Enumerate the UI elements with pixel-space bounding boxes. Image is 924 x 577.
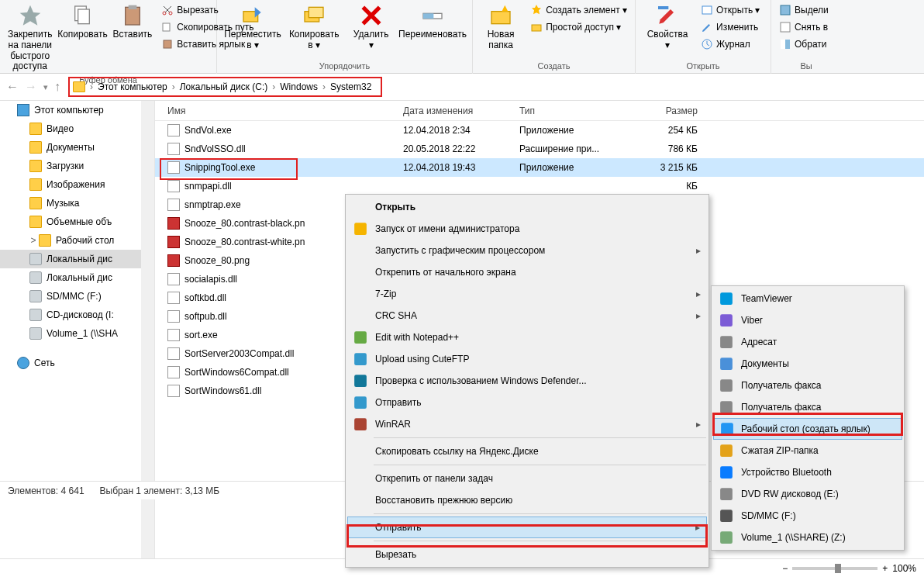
menu-item[interactable]: Устройство Bluetooth: [713, 461, 902, 483]
tree-item[interactable]: Локальный дис: [0, 250, 154, 268]
menu-item[interactable]: Рабочий стол (создать ярлык): [713, 418, 902, 440]
select-none-button[interactable]: Снять в: [776, 19, 832, 36]
menu-item[interactable]: Открыть: [347, 196, 707, 218]
tree-item[interactable]: Изображения: [0, 175, 154, 194]
menu-item[interactable]: Открепить от панели задач: [347, 468, 707, 489]
edit-button[interactable]: Изменить: [698, 19, 763, 36]
file-row[interactable]: snmpapi.dllКБ: [155, 177, 924, 195]
copy-button[interactable]: Копировать: [55, 2, 109, 42]
menu-item[interactable]: Открепить от начального экрана: [347, 261, 707, 283]
paste-button[interactable]: Вставить: [109, 2, 155, 42]
tree-item[interactable]: Документы: [0, 138, 154, 157]
properties-button[interactable]: Свойства▾: [640, 2, 695, 53]
svg-rect-15: [658, 6, 668, 9]
status-selected: Выбран 1 элемент: 3,13 МБ: [100, 485, 220, 496]
zoom-out-button[interactable]: −: [782, 563, 788, 574]
chevron-icon[interactable]: ›: [88, 81, 95, 92]
tree-item[interactable]: Музыка: [0, 194, 154, 212]
rename-button[interactable]: Переименовать: [398, 2, 467, 42]
menu-item[interactable]: Запуск от имени администратора: [347, 218, 707, 240]
menu-item[interactable]: Вырезать: [347, 544, 707, 565]
col-size-header[interactable]: Размер: [636, 105, 713, 116]
tree-item[interactable]: Локальный дис: [0, 268, 154, 287]
submenu-arrow-icon: ▸: [696, 288, 701, 299]
menu-item[interactable]: Восстановить прежнюю версию: [347, 489, 707, 511]
move-to-button[interactable]: Переместитьв ▾: [222, 2, 284, 53]
easy-access-button[interactable]: Простой доступ ▾: [527, 19, 630, 36]
menu-item[interactable]: Проверка с использованием Windows Defend…: [347, 370, 707, 392]
context-menu[interactable]: ОткрытьЗапуск от имени администратораЗап…: [345, 194, 709, 568]
menu-item[interactable]: Адресат: [713, 331, 902, 353]
file-row[interactable]: SndVolSSO.dll20.05.2018 22:22Расширение …: [155, 140, 924, 158]
select-all-button[interactable]: Выдели: [776, 2, 832, 19]
menu-item[interactable]: Получатель факса: [713, 396, 902, 418]
recent-button[interactable]: ▾: [43, 82, 48, 92]
tree-item[interactable]: Volume_1 (\\SHA: [0, 324, 154, 343]
menu-item-label: Viber: [741, 315, 763, 326]
new-item-button[interactable]: Создать элемент ▾: [527, 2, 630, 19]
menu-item[interactable]: Скопировать ссылку на Яндекс.Диске: [347, 441, 707, 462]
zoom-slider[interactable]: [792, 567, 877, 570]
history-button[interactable]: Журнал: [698, 36, 763, 53]
chevron-icon[interactable]: ›: [271, 81, 277, 92]
copy-to-button[interactable]: Копироватьв ▾: [284, 2, 344, 53]
breadcrumb[interactable]: › Этот компьютер › Локальный диск (C:) ›…: [68, 77, 382, 97]
menu-item[interactable]: CRC SHA▸: [347, 305, 707, 327]
nav-row: ← → ▾ ↑ › Этот компьютер › Локальный дис…: [0, 74, 924, 100]
file-icon: [167, 199, 180, 211]
menu-item[interactable]: TeamViewer: [713, 288, 902, 309]
menu-item[interactable]: Получатель факса: [713, 375, 902, 396]
menu-item[interactable]: Отправить: [347, 392, 707, 413]
tree-item[interactable]: >Рабочий стол: [0, 231, 154, 250]
crumb-system32[interactable]: System32: [327, 81, 374, 92]
tree-item[interactable]: Объемные объ: [0, 212, 154, 231]
pin-quick-access-button[interactable]: Закрепить на панели быстрого доступа: [5, 2, 55, 74]
chevron-icon[interactable]: ›: [171, 81, 177, 92]
tree-item[interactable]: Этот компьютер: [0, 101, 154, 119]
invert-selection-button[interactable]: Обрати: [776, 36, 832, 53]
zoom-in-button[interactable]: +: [882, 563, 888, 574]
zoom-value: 100%: [892, 563, 916, 574]
tree-item[interactable]: SD/MMC (F:): [0, 287, 154, 306]
expand-icon[interactable]: >: [29, 235, 37, 246]
file-icon: [167, 143, 180, 155]
tree-item[interactable]: CD-дисковод (I:: [0, 306, 154, 324]
menu-item[interactable]: DVD RW дисковод (E:): [713, 483, 902, 505]
menu-item[interactable]: Upload using CuteFTP: [347, 348, 707, 370]
delete-button[interactable]: Удалить▾: [344, 2, 398, 53]
menu-item[interactable]: Edit with Notepad++: [347, 327, 707, 348]
file-row[interactable]: SnippingTool.exe12.04.2018 19:43Приложен…: [155, 158, 924, 177]
menu-item[interactable]: Volume_1 (\\SHARE) (Z:): [713, 527, 902, 548]
menu-item[interactable]: 7-Zip▸: [347, 283, 707, 305]
menu-item[interactable]: Отправить▸: [347, 517, 707, 538]
file-name: SndVol.exe: [184, 125, 232, 136]
new-folder-icon: [488, 3, 513, 28]
tree-item[interactable]: Загрузки: [0, 157, 154, 175]
file-row[interactable]: SndVol.exe12.04.2018 2:34Приложение254 К…: [155, 121, 924, 140]
menu-item[interactable]: Сжатая ZIP-папка: [713, 440, 902, 461]
up-button[interactable]: ↑: [54, 80, 60, 94]
back-button[interactable]: ←: [6, 80, 19, 94]
menu-item[interactable]: Документы: [713, 353, 902, 375]
menu-item[interactable]: Viber: [713, 309, 902, 331]
tree-item[interactable]: Видео: [0, 119, 154, 138]
tree-item-label: Документы: [47, 142, 95, 153]
forward-button[interactable]: →: [25, 80, 37, 94]
chevron-icon[interactable]: ›: [321, 81, 327, 92]
col-date-header[interactable]: Дата изменения: [403, 105, 519, 116]
new-folder-button[interactable]: Новаяпапка: [478, 2, 524, 53]
pin-icon: [18, 3, 43, 28]
send-to-menu[interactable]: TeamViewerViberАдресатДокументыПолучател…: [711, 285, 905, 551]
menu-item[interactable]: SD/MMC (F:): [713, 505, 902, 527]
menu-item[interactable]: Запустить с графическим процессором▸: [347, 240, 707, 261]
file-name: SndVolSSO.dll: [184, 143, 246, 154]
tree-item[interactable]: Сеть: [0, 354, 154, 372]
crumb-drive-c[interactable]: Локальный диск (C:): [177, 81, 271, 92]
col-name-header[interactable]: Имя: [155, 105, 403, 116]
open-button[interactable]: Открыть ▾: [698, 2, 763, 19]
menu-item[interactable]: WinRAR▸: [347, 413, 707, 435]
col-type-header[interactable]: Тип: [519, 105, 636, 116]
file-name: Snooze_80.contrast-black.pn: [184, 218, 305, 229]
crumb-this-pc[interactable]: Этот компьютер: [95, 81, 171, 92]
crumb-windows[interactable]: Windows: [277, 81, 321, 92]
